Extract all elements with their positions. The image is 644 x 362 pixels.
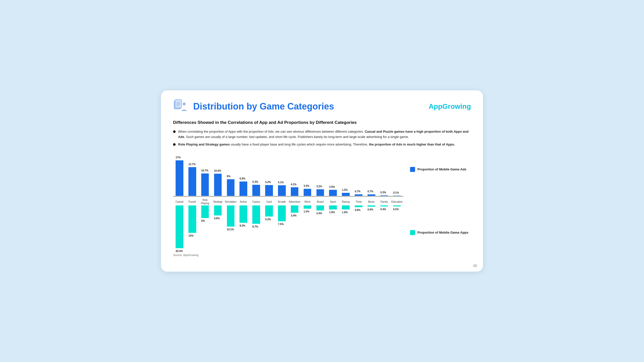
top-bar-col-10: 3.4%: [301, 189, 314, 196]
category-label-15: Music: [365, 197, 378, 205]
ads-value-7: 5.2%: [265, 181, 271, 184]
top-bar-col-0: 17%: [173, 160, 186, 196]
bottom-bar-col-8: 7.5%: [275, 205, 288, 221]
bottom-bar-col-7: 5.2%: [263, 205, 275, 216]
svg-point-5: [183, 102, 186, 105]
ads-bar-12: 2.9%: [329, 190, 337, 196]
legend-box-ads: [410, 167, 415, 172]
bullet-dot-2: [173, 143, 176, 146]
apps-value-10: 1.5%: [304, 210, 309, 213]
ads-value-8: 5.1%: [278, 181, 284, 184]
category-label-5: Action: [237, 197, 250, 205]
apps-bar-13: 1.9%: [342, 205, 350, 209]
bottom-bar-col-6: 8.7%: [250, 205, 263, 224]
category-label-6: Casino: [250, 197, 263, 205]
bottom-bar-col-11: 2.4%: [314, 205, 327, 210]
top-bar-col-5: 6.9%: [237, 182, 250, 196]
apps-value-0: 20.4%: [176, 250, 183, 252]
category-label-4: Simulation: [224, 197, 237, 205]
bars-wrapper: 17%13.7%10.7%10.6%8%6.9%5.3%5.2%5.1%4.1%…: [173, 152, 404, 249]
ads-value-9: 4.1%: [291, 183, 297, 186]
apps-bar-6: 8.7%: [252, 205, 260, 224]
bottom-bar-col-3: 4.8%: [212, 205, 224, 215]
bullet-text-2: Role Playing and Strategy games usually …: [178, 142, 455, 147]
bottom-bar-col-14: 0.8%: [352, 205, 365, 207]
category-label-3: Strategy: [212, 197, 224, 205]
page-number: 05: [473, 264, 477, 268]
top-bar-col-3: 10.6%: [212, 174, 224, 196]
ads-value-3: 10.6%: [214, 169, 221, 172]
apps-value-5: 8.2%: [239, 224, 245, 227]
bullet-item-2: Role Playing and Strategy games usually …: [173, 142, 471, 147]
apps-bar-14: 0.8%: [355, 205, 363, 207]
ads-bar-3: 10.6%: [214, 174, 222, 196]
legend-section: Proportion of Mobile Game Ads Proportion…: [408, 152, 471, 249]
top-bar-col-16: 0.3%: [378, 195, 391, 196]
header-left: Distribution by Game Categories: [173, 98, 334, 115]
ads-bar-2: 10.7%: [201, 173, 209, 196]
apps-bar-4: 10.1%: [227, 205, 235, 227]
apps-value-13: 1.9%: [342, 211, 348, 214]
apps-bar-7: 5.2%: [265, 205, 273, 216]
legend-box-apps: [410, 230, 415, 235]
ads-value-13: 1.5%: [342, 189, 348, 191]
top-bar-col-8: 5.1%: [275, 185, 288, 196]
bottom-bar-col-15: 0.6%: [365, 205, 378, 207]
top-bar-col-11: 3.2%: [314, 189, 327, 196]
top-bar-col-2: 10.7%: [199, 173, 212, 196]
legend-apps-label: Proportion of Mobile Game Apps: [418, 231, 468, 234]
top-bar-col-15: 0.7%: [365, 194, 378, 196]
ads-value-11: 3.2%: [316, 185, 322, 188]
bottom-bar-col-5: 8.2%: [237, 205, 250, 223]
ads-bar-7: 5.2%: [265, 185, 273, 196]
top-bar-col-17: 0.1%: [391, 196, 404, 196]
ads-value-16: 0.3%: [380, 191, 386, 194]
svg-rect-1: [175, 99, 182, 108]
category-label-16: Family: [378, 197, 391, 205]
ads-value-1: 13.7%: [188, 163, 195, 166]
ads-bar-6: 5.3%: [252, 185, 260, 196]
bottom-bar-col-0: 20.4%: [173, 205, 186, 248]
page-title: Distribution by Game Categories: [193, 101, 334, 112]
bullet-text-1: When correlating the proportion of Apps …: [178, 129, 471, 140]
brand-logo: AppGrowing: [429, 102, 471, 111]
category-label-0: Casual: [173, 197, 186, 205]
bottom-bars: 20.4%13%6%4.8%10.1%8.2%8.7%5.2%7.5%3.4%1…: [173, 205, 404, 249]
logo-accent: Growing: [442, 102, 471, 110]
ads-value-5: 6.9%: [239, 177, 245, 180]
apps-value-2: 6%: [201, 220, 205, 222]
apps-value-4: 10.1%: [227, 228, 234, 231]
apps-value-8: 7.5%: [278, 223, 284, 226]
game-icon: [173, 98, 189, 115]
apps-bar-15: 0.6%: [368, 205, 375, 207]
category-label-13: Racing: [339, 197, 352, 205]
ads-bar-0: 17%: [176, 160, 183, 196]
bottom-bar-col-4: 10.1%: [224, 205, 237, 227]
source-text: Source: AppGrowing: [173, 254, 471, 257]
ads-value-15: 0.7%: [368, 190, 373, 193]
header: Distribution by Game Categories AppGrowi…: [173, 98, 471, 115]
ads-value-4: 8%: [227, 175, 230, 178]
top-bars: 17%13.7%10.7%10.6%8%6.9%5.3%5.2%5.1%4.1%…: [173, 152, 404, 196]
bullets-section: When correlating the proportion of Apps …: [173, 129, 471, 147]
apps-bar-8: 7.5%: [278, 205, 286, 221]
category-label-7: Card: [263, 197, 275, 205]
top-bar-col-12: 2.9%: [327, 190, 339, 196]
apps-value-1: 13%: [188, 234, 193, 237]
apps-value-9: 3.4%: [291, 214, 297, 217]
ads-value-12: 2.9%: [329, 186, 335, 188]
ads-bar-13: 1.5%: [342, 193, 350, 196]
apps-bar-1: 13%: [188, 205, 196, 233]
apps-value-3: 4.8%: [214, 217, 220, 220]
bottom-bar-col-2: 6%: [199, 205, 212, 218]
ads-value-0: 17%: [176, 156, 181, 159]
apps-value-6: 8.7%: [252, 225, 258, 228]
ads-bar-15: 0.7%: [368, 194, 375, 196]
category-label-2: Role Playing: [199, 197, 212, 205]
category-label-1: Puzzle: [186, 197, 199, 205]
category-label-12: Sport: [327, 197, 339, 205]
chart-wrapper: 17%13.7%10.7%10.6%8%6.9%5.3%5.2%5.1%4.1%…: [173, 152, 471, 249]
apps-value-16: 0.4%: [380, 208, 386, 211]
ads-value-10: 3.4%: [304, 185, 309, 187]
apps-value-7: 5.2%: [265, 218, 271, 221]
